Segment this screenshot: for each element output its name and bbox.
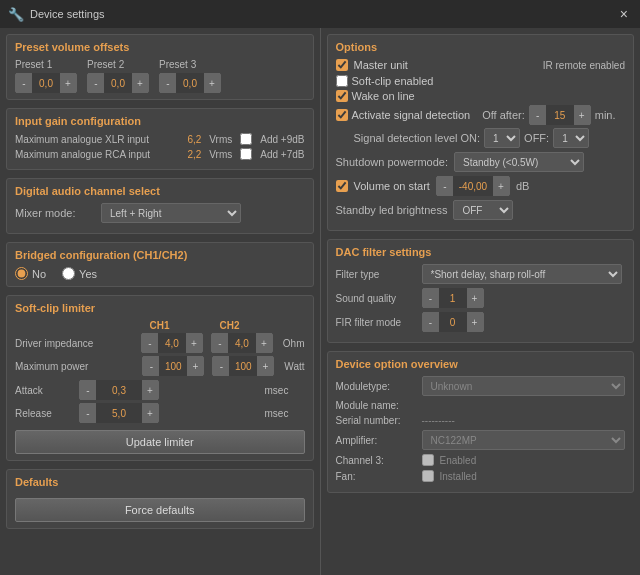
bridged-row: No Yes [15,267,305,280]
fir-filter-label: FIR filter mode [336,317,416,328]
mixer-row: Mixer mode: Left + Right [15,203,305,223]
device-overview-section: Device option overview Moduletype: Unkno… [327,351,635,493]
attack-section: Attack - 0,3 + msec Release - 5,0 + [15,380,305,423]
defaults-section: Defaults Force defaults [6,469,314,529]
xlr-add-label: Add +9dB [260,134,304,145]
xlr-add-checkbox[interactable] [240,133,252,145]
master-unit-checkbox[interactable] [336,59,348,71]
wake-online-checkbox[interactable] [336,90,348,102]
fir-dec[interactable]: - [423,312,439,332]
signal-off-select[interactable]: 1 [553,128,589,148]
ch1-pow-dec[interactable]: - [143,356,159,376]
activate-signal-label: Activate signal detection [352,109,471,121]
signal-detection-row: Signal detection level ON: 1 OFF: 1 [354,128,626,148]
softclip-enabled-label: Soft-clip enabled [352,75,434,87]
volume-start-row: Volume on start - -40,00 + dB [336,176,626,196]
ch2-pow-spin: - 100 + [212,356,274,376]
filter-type-select[interactable]: *Short delay, sharp roll-off [422,264,622,284]
shutdown-select[interactable]: Standby (<0.5W) [454,152,584,172]
ch1-imp-dec[interactable]: - [142,333,158,353]
standby-led-select[interactable]: OFF [453,200,513,220]
driver-controls: - 4,0 + - 4,0 + Ohm [141,333,305,353]
ch3-checkbox[interactable] [422,454,434,466]
activate-signal-row: Activate signal detection Off after: - 1… [336,105,626,125]
quality-val: 1 [439,288,467,308]
bridged-yes-item: Yes [62,267,97,280]
ch2-imp-dec[interactable]: - [212,333,228,353]
bridged-title: Bridged configuration (CH1/CH2) [15,249,305,261]
serial-row: Serial number: ---------- [336,415,626,426]
activate-signal-checkbox[interactable] [336,109,348,121]
preset2-item: Preset 2 - 0,0 + [87,59,149,93]
mixer-select[interactable]: Left + Right [101,203,241,223]
ch1-imp-spin: - 4,0 + [141,333,203,353]
titlebar-left: 🔧 Device settings [8,7,105,22]
standby-led-label: Standby led brightness [336,204,448,216]
amplifier-select[interactable]: NC122MP [422,430,626,450]
attack-dec[interactable]: - [80,380,96,400]
signal-on-select[interactable]: 1 [484,128,520,148]
titlebar: 🔧 Device settings × [0,0,640,28]
preset-volume-title: Preset volume offsets [15,41,305,53]
preset2-spin: - 0,0 + [87,73,149,93]
sound-quality-row: Sound quality - 1 + [336,288,626,308]
ch1-pow-val: 100 [159,356,187,376]
rca-label: Maximum analogue RCA input [15,149,179,160]
quality-inc[interactable]: + [467,288,483,308]
release-dec[interactable]: - [80,403,96,423]
preset3-label: Preset 3 [159,59,196,70]
quality-dec[interactable]: - [423,288,439,308]
digital-audio-title: Digital audio channel select [15,185,305,197]
fan-row: Fan: Installed [336,470,626,482]
force-defaults-button[interactable]: Force defaults [15,498,305,522]
close-button[interactable]: × [616,6,632,22]
options-title: Options [336,41,626,53]
off-after-inc[interactable]: + [574,105,590,125]
input-gain-section: Input gain configuration Maximum analogu… [6,108,314,170]
rca-add-checkbox[interactable] [240,148,252,160]
attack-label: Attack [15,385,75,396]
wake-online-row: Wake on line [336,90,626,102]
release-row: Release - 5,0 + msec [15,403,305,423]
attack-unit: msec [265,385,305,396]
bridged-no-label: No [32,268,46,280]
update-limiter-button[interactable]: Update limiter [15,430,305,454]
ch2-pow-inc[interactable]: + [257,356,273,376]
softclip-enabled-checkbox[interactable] [336,75,348,87]
bridged-no-radio[interactable] [15,267,28,280]
bridged-yes-radio[interactable] [62,267,75,280]
rca-row: Maximum analogue RCA input 2,2 Vrms Add … [15,148,305,160]
driver-imp-row: Driver impedance - 4,0 + - 4,0 + Ohm [15,333,305,353]
fir-val: 0 [439,312,467,332]
rca-value: 2,2 [187,149,201,160]
ch2-imp-inc[interactable]: + [256,333,272,353]
ch1-pow-inc[interactable]: + [187,356,203,376]
volume-dec[interactable]: - [437,176,453,196]
ch1-imp-inc[interactable]: + [186,333,202,353]
preset2-dec[interactable]: - [88,73,104,93]
preset3-dec[interactable]: - [160,73,176,93]
volume-inc[interactable]: + [493,176,509,196]
volume-start-checkbox[interactable] [336,180,348,192]
moduletype-select[interactable]: Unknown [422,376,626,396]
off-after-unit: min. [595,109,616,121]
release-inc[interactable]: + [142,403,158,423]
preset2-inc[interactable]: + [132,73,148,93]
bridged-no-item: No [15,267,46,280]
shutdown-row: Shutdown powermode: Standby (<0.5W) [336,152,626,172]
ch2-pow-dec[interactable]: - [213,356,229,376]
bridged-yes-label: Yes [79,268,97,280]
attack-inc[interactable]: + [142,380,158,400]
dac-section: DAC filter settings Filter type *Short d… [327,239,635,343]
standby-led-row: Standby led brightness OFF [336,200,626,220]
preset3-inc[interactable]: + [204,73,220,93]
fir-inc[interactable]: + [467,312,483,332]
fir-spin: - 0 + [422,312,484,332]
serial-val: ---------- [422,415,455,426]
preset1-dec[interactable]: - [16,73,32,93]
fan-checkbox[interactable] [422,470,434,482]
preset-volume-section: Preset volume offsets Preset 1 - 0,0 + P… [6,34,314,100]
preset3-item: Preset 3 - 0,0 + [159,59,221,93]
off-after-dec[interactable]: - [530,105,546,125]
preset1-inc[interactable]: + [60,73,76,93]
